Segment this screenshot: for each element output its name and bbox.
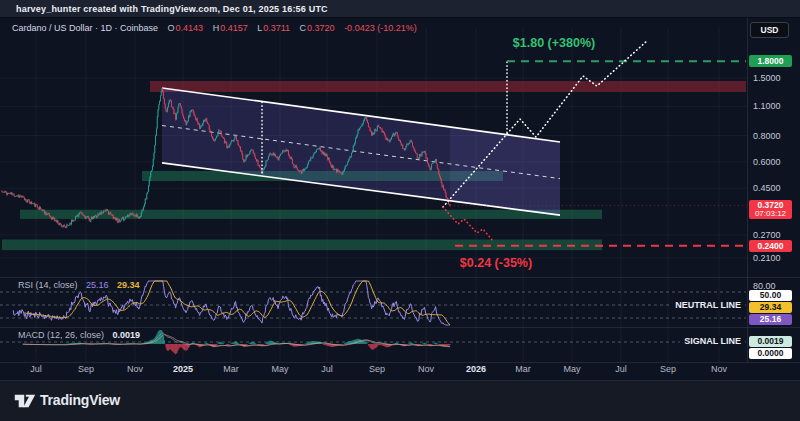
time-axis[interactable]	[0, 362, 800, 380]
macd-signal-line-label: SIGNAL LINE	[680, 336, 745, 346]
change-value: -0.0423 (-10.21%)	[344, 23, 417, 33]
close-value: 0.3720	[307, 23, 335, 33]
open-value: 0.4143	[176, 23, 204, 33]
macd-value: 0.0019	[113, 330, 141, 340]
tradingview-chart-window: harvey_hunter created with TradingView.c…	[0, 0, 800, 421]
price-axis[interactable]	[747, 18, 800, 362]
resistance-zone	[150, 81, 746, 92]
symbol-info-bar[interactable]: Cardano / US Dollar · 1D · Coinbase O0.4…	[12, 22, 417, 34]
footer-bar: TradingView	[0, 380, 800, 421]
support-zone-broken	[20, 210, 602, 219]
high-label: H	[213, 23, 220, 33]
rsi-value: 25.16	[86, 280, 109, 290]
rsi-indicator-legend[interactable]: RSI (14, close) 25.16 29.34	[18, 280, 140, 291]
bullish-target-annotation: $1.80 (+380%)	[498, 36, 610, 50]
rsi-title-text: RSI (14, close)	[18, 280, 78, 290]
rsi-neutral-line-label: NEUTRAL LINE	[671, 300, 745, 310]
time-axis-separator	[0, 362, 800, 363]
symbol-title: Cardano / US Dollar · 1D · Coinbase	[12, 23, 158, 33]
pane-separator-main-rsi[interactable]	[0, 277, 800, 278]
high-value: 0.4157	[220, 23, 248, 33]
low-label: L	[257, 23, 262, 33]
currency-toggle-button[interactable]: USD	[750, 22, 789, 38]
bearish-target-annotation: $0.24 (-35%)	[446, 256, 546, 270]
open-label: O	[168, 23, 175, 33]
tradingview-brand-text[interactable]: TradingView	[40, 392, 120, 408]
price-scale-separator	[747, 18, 748, 362]
macd-indicator-legend[interactable]: MACD (12, 26, close) 0.0019	[18, 330, 140, 341]
low-value: 0.3711	[263, 23, 290, 33]
tradingview-logo-icon[interactable]	[14, 392, 36, 410]
macd-histogram-negative	[23, 344, 450, 354]
pane-separator-rsi-macd[interactable]	[0, 327, 800, 328]
rsi-ma-value: 29.34	[117, 280, 140, 290]
close-label: C	[300, 23, 307, 33]
macd-title-text: MACD (12, 26, close)	[18, 330, 104, 340]
price-chart-canvas[interactable]	[0, 0, 800, 421]
